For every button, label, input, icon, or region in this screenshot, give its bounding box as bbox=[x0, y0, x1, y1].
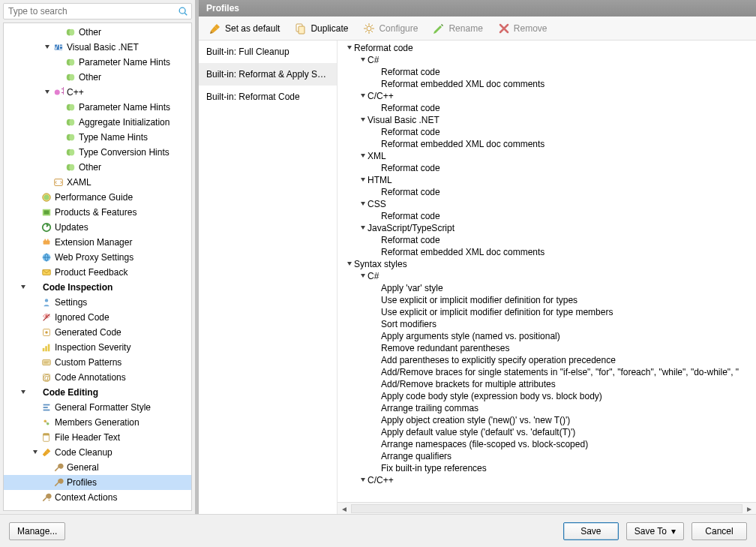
details-tree[interactable]: Reformat codeC#Reformat codeReformat emb… bbox=[338, 41, 756, 502]
detail-row[interactable]: Fix built-in type references bbox=[342, 462, 752, 474]
detail-row[interactable]: Arrange trailing commas bbox=[342, 402, 752, 414]
twisty-icon[interactable] bbox=[358, 153, 368, 159]
twisty-icon[interactable] bbox=[31, 449, 40, 455]
detail-row[interactable]: Reformat code bbox=[342, 42, 752, 54]
scroll-right-icon[interactable]: ▸ bbox=[744, 504, 754, 513]
twisty-icon[interactable] bbox=[43, 89, 52, 95]
twisty-icon[interactable] bbox=[19, 284, 28, 290]
twisty-icon[interactable] bbox=[358, 177, 368, 183]
detail-row[interactable]: Reformat code bbox=[342, 186, 752, 198]
detail-row[interactable]: Add/Remove braces for single statements … bbox=[342, 366, 752, 378]
cancel-button[interactable]: Cancel bbox=[692, 522, 747, 540]
twisty-icon[interactable] bbox=[19, 389, 28, 395]
remove-button[interactable]: Remove bbox=[495, 21, 550, 36]
tree-item[interactable]: Product Feedback bbox=[4, 265, 191, 280]
detail-row[interactable]: Use explicit or implicit modifier defini… bbox=[342, 306, 752, 318]
tree-item[interactable]: Settings bbox=[4, 295, 191, 310]
tree-item[interactable]: XAML bbox=[4, 175, 191, 190]
search-icon[interactable] bbox=[178, 6, 188, 17]
tree-item[interactable]: Code Inspection bbox=[4, 280, 191, 295]
tree-item[interactable]: Parameter Name Hints bbox=[4, 100, 191, 115]
detail-row[interactable]: Reformat embedded XML doc comments bbox=[342, 246, 752, 258]
manage-button[interactable]: Manage... bbox=[9, 522, 65, 540]
detail-row[interactable]: Apply arguments style (named vs. positio… bbox=[342, 330, 752, 342]
detail-row[interactable]: Reformat embedded XML doc comments bbox=[342, 78, 752, 90]
tree-item[interactable]: Web Proxy Settings bbox=[4, 250, 191, 265]
tree-item[interactable]: Ignored Code bbox=[4, 310, 191, 325]
detail-row[interactable]: Use explicit or implicit modifier defini… bbox=[342, 294, 752, 306]
detail-row[interactable]: Apply 'var' style bbox=[342, 282, 752, 294]
tree-item[interactable]: Extension Manager bbox=[4, 235, 191, 250]
tree-item[interactable]: Other bbox=[4, 25, 191, 40]
profile-row[interactable]: Built-in: Reformat Code bbox=[199, 86, 337, 108]
detail-row[interactable]: Reformat code bbox=[342, 66, 752, 78]
rename-button[interactable]: Rename bbox=[430, 21, 485, 36]
tree-item[interactable]: Other bbox=[4, 70, 191, 85]
twisty-icon[interactable] bbox=[358, 273, 368, 279]
tree-item[interactable]: Profiles bbox=[4, 475, 191, 490]
detail-row[interactable]: Apply object creation style ('new()' vs.… bbox=[342, 414, 752, 426]
tree-item[interactable]: Aggregate Initialization bbox=[4, 115, 191, 130]
detail-row[interactable]: C# bbox=[342, 270, 752, 282]
detail-row[interactable]: CSS bbox=[342, 198, 752, 210]
twisty-icon[interactable] bbox=[345, 45, 354, 51]
search-input[interactable] bbox=[7, 5, 178, 17]
tree-item[interactable]: VBVisual Basic .NET bbox=[4, 40, 191, 55]
horizontal-scrollbar[interactable]: ◂ ▸ bbox=[338, 502, 756, 514]
tree-item[interactable]: File Header Text bbox=[4, 430, 191, 445]
scroll-left-icon[interactable]: ◂ bbox=[339, 504, 350, 513]
tree-item[interactable]: ++C++ bbox=[4, 85, 191, 100]
save-to-button[interactable]: Save To ▾ bbox=[626, 522, 684, 540]
tree-item[interactable]: Members Generation bbox=[4, 415, 191, 430]
tree-item[interactable]: @Code Annotations bbox=[4, 370, 191, 385]
detail-row[interactable]: Reformat code bbox=[342, 162, 752, 174]
tree-item[interactable]: Parameter Name Hints bbox=[4, 55, 191, 70]
tree-item[interactable]: Products & Features bbox=[4, 205, 191, 220]
twisty-icon[interactable] bbox=[358, 57, 368, 63]
detail-row[interactable]: Reformat code bbox=[342, 210, 752, 222]
tree-item[interactable]: General bbox=[4, 460, 191, 475]
detail-row[interactable]: Add/Remove brackets for multiple attribu… bbox=[342, 378, 752, 390]
tree-item[interactable]: Code Editing bbox=[4, 385, 191, 400]
profile-row[interactable]: Built-in: Full Cleanup bbox=[199, 41, 337, 63]
tree-item[interactable]: Custom Patterns bbox=[4, 355, 191, 370]
detail-row[interactable]: Apply code body style (expression body v… bbox=[342, 390, 752, 402]
detail-row[interactable]: JavaScript/TypeScript bbox=[342, 222, 752, 234]
detail-row[interactable]: HTML bbox=[342, 174, 752, 186]
tree-item[interactable]: Performance Guide bbox=[4, 190, 191, 205]
detail-row[interactable]: Sort modifiers bbox=[342, 318, 752, 330]
tree-item[interactable]: Inspection Severity bbox=[4, 340, 191, 355]
profile-row[interactable]: Built-in: Reformat & Apply Syn... bbox=[199, 63, 337, 86]
detail-row[interactable]: C/C++ bbox=[342, 474, 752, 486]
twisty-icon[interactable] bbox=[358, 117, 368, 123]
save-button[interactable]: Save bbox=[563, 522, 619, 540]
tree-item[interactable]: Context Actions bbox=[4, 490, 191, 505]
detail-row[interactable]: Visual Basic .NET bbox=[342, 114, 752, 126]
detail-row[interactable]: C# bbox=[342, 54, 752, 66]
twisty-icon[interactable] bbox=[358, 225, 368, 231]
twisty-icon[interactable] bbox=[358, 93, 368, 99]
duplicate-button[interactable]: Duplicate bbox=[292, 21, 351, 36]
twisty-icon[interactable] bbox=[358, 477, 368, 483]
configure-button[interactable]: Configure bbox=[360, 21, 421, 36]
twisty-icon[interactable] bbox=[358, 201, 368, 207]
detail-row[interactable]: Reformat code bbox=[342, 126, 752, 138]
detail-row[interactable]: Add parentheses to explicitly specify op… bbox=[342, 354, 752, 366]
tree-item[interactable]: Generated Code bbox=[4, 325, 191, 340]
detail-row[interactable]: Reformat code bbox=[342, 102, 752, 114]
detail-row[interactable]: XML bbox=[342, 150, 752, 162]
scroll-track[interactable] bbox=[351, 504, 742, 513]
detail-row[interactable]: Syntax styles bbox=[342, 258, 752, 270]
twisty-icon[interactable] bbox=[345, 261, 354, 267]
detail-row[interactable]: Apply default value style ('default' vs.… bbox=[342, 426, 752, 438]
settings-tree[interactable]: OtherVBVisual Basic .NETParameter Name H… bbox=[3, 23, 192, 511]
detail-row[interactable]: Arrange qualifiers bbox=[342, 450, 752, 462]
tree-item[interactable]: Other bbox=[4, 160, 191, 175]
set-default-button[interactable]: Set as default bbox=[206, 21, 283, 36]
profiles-list[interactable]: Built-in: Full CleanupBuilt-in: Reformat… bbox=[199, 41, 338, 514]
twisty-icon[interactable] bbox=[43, 44, 52, 50]
detail-row[interactable]: Reformat embedded XML doc comments bbox=[342, 138, 752, 150]
tree-item[interactable]: Updates bbox=[4, 220, 191, 235]
detail-row[interactable]: Arrange namespaces (file-scoped vs. bloc… bbox=[342, 438, 752, 450]
tree-item[interactable]: Type Name Hints bbox=[4, 130, 191, 145]
